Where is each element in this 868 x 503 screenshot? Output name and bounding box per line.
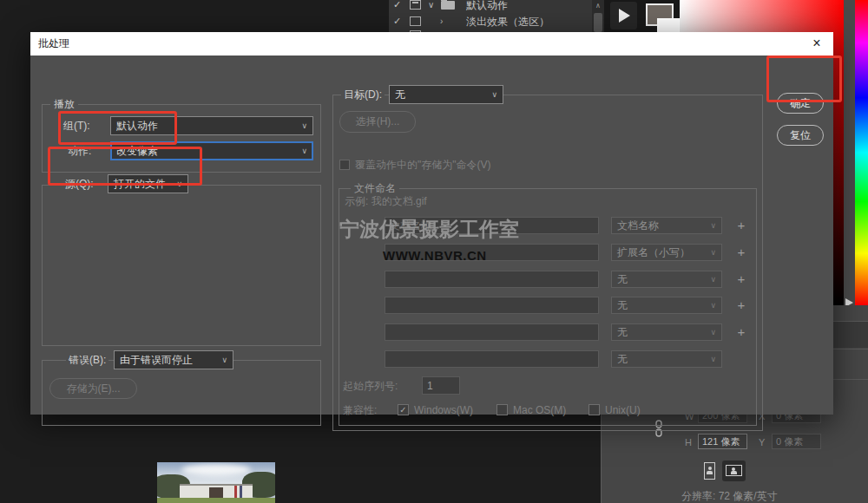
source-groupbox bbox=[42, 185, 321, 346]
play-icon bbox=[619, 9, 630, 23]
actions-scrollbar[interactable]: ∧ bbox=[592, 0, 604, 32]
document-thumbnail bbox=[157, 462, 275, 503]
play-group-label: 播放 bbox=[50, 98, 78, 110]
windows-checkbox[interactable]: ✓ bbox=[398, 404, 409, 415]
naming-dropdown-4[interactable]: 无∨ bbox=[611, 297, 722, 314]
compatibility-label: 兼容性: bbox=[343, 403, 377, 417]
serial-number-field[interactable] bbox=[422, 376, 460, 395]
destination-label: 目标(D): bbox=[341, 85, 385, 104]
windows-label: Windows(W) bbox=[414, 403, 473, 417]
check-icon[interactable]: ✓ bbox=[393, 16, 401, 27]
check-icon[interactable]: ✓ bbox=[393, 0, 401, 10]
height-label: H bbox=[685, 437, 692, 447]
naming-dropdown-1[interactable]: 文档名称∨ bbox=[611, 217, 722, 234]
action-set-label[interactable]: 默认动作 bbox=[466, 0, 508, 13]
color-picker-gap bbox=[844, 0, 855, 305]
chevron-down-icon[interactable]: ∨ bbox=[428, 0, 434, 10]
naming-dropdown-6[interactable]: 无∨ bbox=[611, 350, 722, 368]
naming-dropdown-5[interactable]: 无∨ bbox=[611, 323, 722, 341]
plus-icon[interactable]: + bbox=[734, 323, 748, 341]
naming-input-3[interactable] bbox=[385, 271, 599, 288]
reset-button[interactable]: 复位 bbox=[777, 125, 824, 146]
override-save-as-checkbox[interactable]: ✓ bbox=[339, 160, 350, 170]
errors-dropdown-value: 由于错误而停止 bbox=[120, 353, 193, 368]
close-icon[interactable]: × bbox=[809, 32, 825, 56]
action-row-fade-effect[interactable]: ✓ › 淡出效果（选区） bbox=[389, 13, 592, 29]
chevron-down-icon: ∨ bbox=[710, 248, 716, 257]
actions-toolbar bbox=[604, 0, 680, 32]
chevron-down-icon: ∨ bbox=[710, 221, 716, 230]
serial-number-label: 起始序列号: bbox=[343, 377, 398, 395]
actions-panel: ✓ ∨ 默认动作 ✓ › 淡出效果（选区） ✓ ∧ bbox=[389, 0, 680, 32]
chevron-down-icon: ∨ bbox=[710, 275, 716, 284]
chevron-down-icon: ∨ bbox=[491, 90, 497, 99]
unix-checkbox[interactable]: ✓ bbox=[589, 404, 600, 415]
errors-label: 错误(B): bbox=[66, 350, 108, 369]
plus-icon[interactable]: + bbox=[734, 244, 748, 261]
dialog-toggle-icon[interactable] bbox=[410, 0, 421, 10]
naming-dropdown-2[interactable]: 扩展名（小写）∨ bbox=[611, 244, 722, 261]
naming-dropdown-3[interactable]: 无∨ bbox=[611, 271, 722, 288]
annotation-box-source bbox=[48, 147, 202, 186]
chevron-right-icon[interactable]: › bbox=[440, 16, 443, 27]
watermark-url-text: WWW.NBVR.CN bbox=[383, 248, 487, 263]
scroll-up-icon[interactable]: ∧ bbox=[592, 0, 604, 12]
plus-icon[interactable]: + bbox=[734, 217, 748, 234]
naming-example: 示例: 我的文档.gif bbox=[345, 194, 427, 208]
destination-dropdown[interactable]: 无 ∨ bbox=[389, 85, 503, 104]
override-save-as-label: 覆盖动作中的"存储为"命令(V) bbox=[355, 158, 491, 172]
errors-dropdown[interactable]: 由于错误而停止 ∨ bbox=[114, 350, 233, 369]
choose-button[interactable]: 选择(H)... bbox=[339, 111, 416, 133]
y-label: Y bbox=[759, 437, 765, 447]
chevron-down-icon: ∨ bbox=[301, 121, 307, 130]
chevron-down-icon: ∨ bbox=[710, 328, 716, 336]
file-naming-label: 文件命名 bbox=[351, 182, 399, 194]
play-action-button[interactable] bbox=[610, 2, 637, 29]
dialog-title: 批处理 bbox=[38, 32, 69, 56]
background-color-swatch[interactable] bbox=[657, 18, 680, 32]
portrait-icon bbox=[708, 467, 712, 470]
naming-input-6[interactable] bbox=[385, 350, 599, 368]
scrollbar-thumb[interactable] bbox=[594, 13, 602, 32]
annotation-box-ok bbox=[766, 56, 842, 102]
save-as-button[interactable]: 存储为(E)... bbox=[49, 378, 137, 399]
unix-label: Unix(U) bbox=[605, 403, 641, 417]
destination-dropdown-value: 无 bbox=[395, 88, 405, 102]
macos-checkbox[interactable]: ✓ bbox=[496, 404, 508, 415]
macos-label: Mac OS(M) bbox=[513, 403, 566, 417]
resolution-readout: 分辨率: 72 像素/英寸 bbox=[681, 489, 778, 503]
screen: ✓ ∨ 默认动作 ✓ › 淡出效果（选区） ✓ ∧ bbox=[0, 0, 868, 503]
folder-icon bbox=[441, 1, 455, 10]
watermark-studio-text: 宁波优景摄影工作室 bbox=[339, 216, 519, 243]
chevron-down-icon: ∨ bbox=[221, 356, 227, 364]
action-row-default-actions[interactable]: ✓ ∨ 默认动作 bbox=[389, 0, 592, 12]
plus-icon[interactable]: + bbox=[734, 271, 748, 288]
annotation-box-action bbox=[58, 111, 177, 145]
dialog-titlebar[interactable]: 批处理 × bbox=[30, 32, 833, 56]
naming-input-5[interactable] bbox=[385, 323, 599, 341]
y-field[interactable]: 0 像素 bbox=[772, 434, 821, 449]
plus-icon[interactable]: + bbox=[734, 297, 748, 314]
landscape-orientation-button[interactable] bbox=[722, 461, 746, 481]
action-label[interactable]: 淡出效果（选区） bbox=[466, 15, 549, 29]
dialog-toggle-icon[interactable] bbox=[410, 16, 421, 26]
chevron-down-icon: ∨ bbox=[710, 301, 716, 310]
chevron-down-icon: ∨ bbox=[301, 147, 307, 155]
height-field[interactable]: 121 像素 bbox=[698, 434, 747, 449]
chevron-down-icon: ∨ bbox=[710, 355, 716, 363]
hue-slider-bar[interactable] bbox=[855, 0, 868, 305]
portrait-orientation-button[interactable] bbox=[703, 462, 716, 480]
naming-input-4[interactable] bbox=[385, 297, 599, 314]
